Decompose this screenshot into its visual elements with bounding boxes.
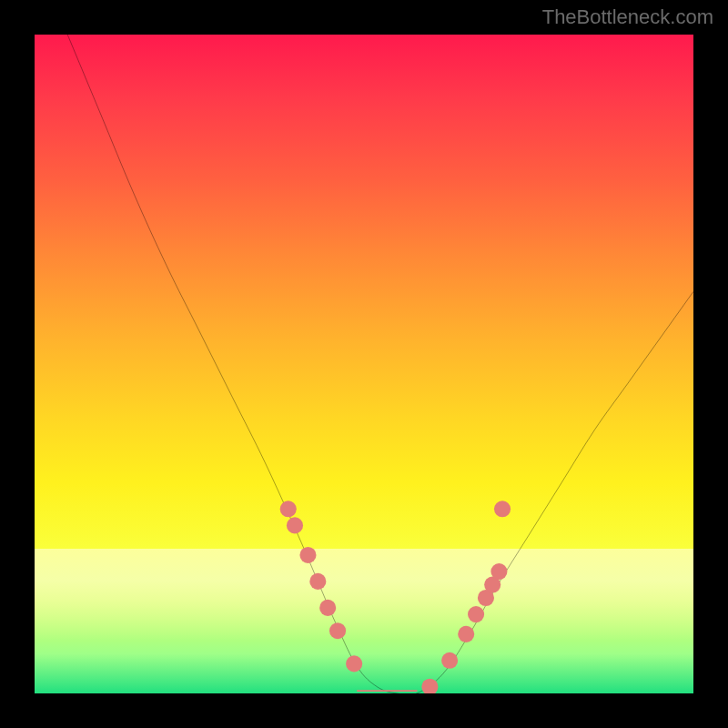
data-marker <box>287 517 303 533</box>
data-marker <box>441 652 458 669</box>
watermark-text: TheBottleneck.com <box>542 5 713 29</box>
data-marker <box>458 626 474 642</box>
data-marker <box>468 606 484 622</box>
plot-area <box>35 35 693 693</box>
data-marker <box>494 500 511 517</box>
chart-svg <box>35 35 693 693</box>
data-marker <box>299 547 316 563</box>
data-marker <box>346 655 362 672</box>
data-marker <box>329 622 346 639</box>
data-marker <box>490 563 507 580</box>
chart-frame: TheBottleneck.com <box>0 0 728 728</box>
data-marker <box>280 500 297 517</box>
data-marker <box>319 600 336 616</box>
bottleneck-curve-line <box>67 35 693 693</box>
data-marker <box>309 573 326 590</box>
data-marker <box>421 679 438 693</box>
scatter-markers <box>280 500 511 693</box>
